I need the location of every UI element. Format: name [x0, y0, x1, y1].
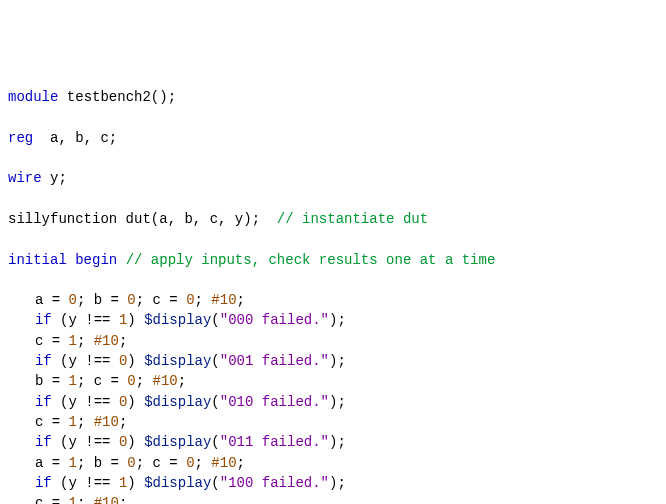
delay-hash: #10 [94, 495, 119, 504]
drive-line: c = 1; #10; [8, 493, 658, 504]
tail: ; [195, 292, 212, 308]
semi: ; [119, 495, 127, 504]
neq: !== [85, 353, 110, 369]
semi: ; [119, 333, 127, 349]
open: (y [52, 312, 86, 328]
sp [111, 475, 119, 491]
semi: ; [119, 414, 127, 430]
msg: "010 failed." [220, 394, 329, 410]
reg-decl: a, b, c; [33, 130, 117, 146]
drive-line: c = 1; #10; [8, 331, 658, 351]
tail: ; [195, 455, 212, 471]
sp [111, 394, 119, 410]
assign: ; b = [77, 455, 127, 471]
dopen: ( [211, 394, 219, 410]
dclose: ); [329, 475, 346, 491]
tail: ; [77, 495, 94, 504]
num: 1 [68, 414, 76, 430]
display-call: $display [144, 475, 211, 491]
msg: "001 failed." [220, 353, 329, 369]
neq: !== [85, 475, 110, 491]
num: 0 [68, 292, 76, 308]
dopen: ( [211, 434, 219, 450]
open: (y [52, 475, 86, 491]
open: (y [52, 434, 86, 450]
line-wire: wire y; [8, 168, 658, 188]
num: 1 [68, 333, 76, 349]
open: (y [52, 394, 86, 410]
num: 0 [186, 455, 194, 471]
kw-begin: begin [75, 252, 117, 268]
drive-line: b = 1; c = 0; #10; [8, 371, 658, 391]
semi: ; [178, 373, 186, 389]
drive-line: a = 0; b = 0; c = 0; #10; [8, 290, 658, 310]
assign: a = [35, 455, 69, 471]
close: ) [127, 394, 144, 410]
inst-type: sillyfunction dut [8, 211, 151, 227]
kw-if: if [35, 434, 52, 450]
semi: ; [237, 455, 245, 471]
assign: ; c = [136, 292, 186, 308]
neq: !== [85, 434, 110, 450]
kw-wire: wire [8, 170, 42, 186]
sp [111, 353, 119, 369]
delay-hash: #10 [94, 333, 119, 349]
inst-comment: // instantiate dut [277, 211, 428, 227]
assign: ; b = [77, 292, 127, 308]
display-call: $display [144, 434, 211, 450]
neq: !== [85, 394, 110, 410]
assign: ; c = [136, 455, 186, 471]
assign: ; c = [77, 373, 127, 389]
close: ) [127, 353, 144, 369]
dclose: ); [329, 353, 346, 369]
line-reg: reg a, b, c; [8, 128, 658, 148]
open: (y [52, 353, 86, 369]
delay-hash: #10 [211, 292, 236, 308]
close: ) [127, 434, 144, 450]
delay-hash: #10 [94, 414, 119, 430]
msg: "000 failed." [220, 312, 329, 328]
msg: "100 failed." [220, 475, 329, 491]
delay-hash: #10 [211, 455, 236, 471]
tail: ; [77, 333, 94, 349]
kw-if: if [35, 475, 52, 491]
neq: !== [85, 312, 110, 328]
drive-line: c = 1; #10; [8, 412, 658, 432]
sp [111, 434, 119, 450]
display-call: $display [144, 312, 211, 328]
line-module: module testbench2(); [8, 87, 658, 107]
drive-line: a = 1; b = 0; c = 0; #10; [8, 453, 658, 473]
close: ) [127, 312, 144, 328]
kw-if: if [35, 394, 52, 410]
module-name: testbench2 [67, 89, 151, 105]
kw-if: if [35, 312, 52, 328]
module-tail: (); [151, 89, 176, 105]
kw-if: if [35, 353, 52, 369]
line-initial: initial begin // apply inputs, check res… [8, 250, 658, 270]
check-line: if (y !== 0) $display("001 failed."); [8, 351, 658, 371]
delay-hash: #10 [153, 373, 178, 389]
assign: c = [35, 333, 69, 349]
close: ) [127, 475, 144, 491]
check-line: if (y !== 0) $display("010 failed."); [8, 392, 658, 412]
tail: ; [136, 373, 153, 389]
num: 1 [68, 373, 76, 389]
dclose: ); [329, 312, 346, 328]
display-call: $display [144, 353, 211, 369]
check-line: if (y !== 1) $display("100 failed."); [8, 473, 658, 493]
wire-decl: y; [42, 170, 67, 186]
dopen: ( [211, 353, 219, 369]
test-block: a = 0; b = 0; c = 0; #10;if (y !== 1) $d… [8, 290, 658, 504]
line-instance: sillyfunction dut(a, b, c, y); // instan… [8, 209, 658, 229]
dopen: ( [211, 312, 219, 328]
num: 1 [68, 495, 76, 504]
tail: ; [77, 414, 94, 430]
check-line: if (y !== 1) $display("000 failed."); [8, 310, 658, 330]
num: 0 [127, 373, 135, 389]
num: 1 [68, 455, 76, 471]
assign: c = [35, 414, 69, 430]
semi: ; [237, 292, 245, 308]
kw-module: module [8, 89, 58, 105]
num: 0 [186, 292, 194, 308]
sp [111, 312, 119, 328]
